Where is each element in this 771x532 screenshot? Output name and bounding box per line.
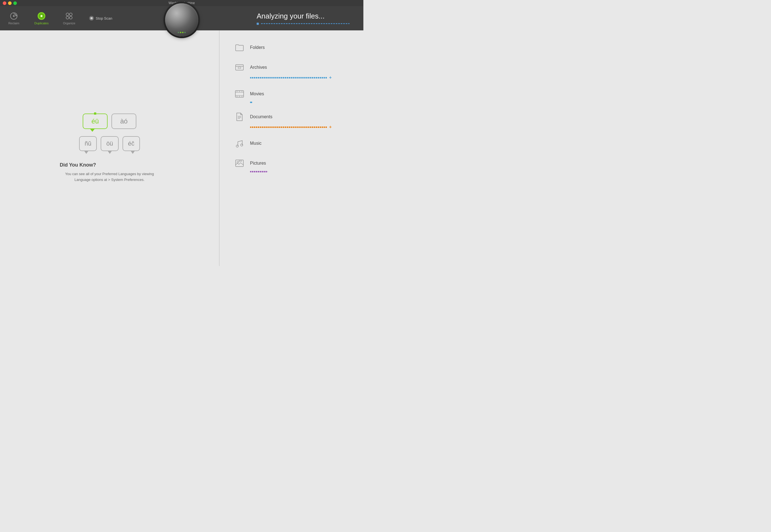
bubble-green-inner: éū bbox=[83, 114, 107, 129]
toolbar: Reclaim Duplicates Organize bbox=[0, 6, 363, 30]
svg-point-31 bbox=[239, 160, 240, 162]
pictures-bar-row bbox=[234, 171, 350, 172]
knob-dot2 bbox=[184, 32, 186, 33]
category-header-pictures: Pictures bbox=[234, 157, 350, 169]
toolbar-right: Analyzing your files... bbox=[257, 12, 355, 25]
bubbles-row-2: ñŭ öü éč bbox=[79, 136, 140, 151]
movies-label: Movies bbox=[250, 91, 264, 96]
category-row-music: Music bbox=[234, 137, 350, 149]
did-you-know-section: Did You Know? You can see all of your Pr… bbox=[60, 162, 159, 183]
nav-item-duplicates[interactable]: Duplicates bbox=[28, 6, 55, 30]
pictures-icon-wrapper bbox=[234, 157, 246, 169]
knob-dot-active bbox=[180, 32, 181, 33]
archives-bar-row: + bbox=[234, 75, 350, 80]
documents-icon-wrapper bbox=[234, 111, 246, 123]
knob-dot bbox=[178, 32, 179, 33]
minimize-button[interactable] bbox=[8, 1, 12, 5]
svg-point-8 bbox=[66, 16, 69, 19]
category-row-documents: Documents + bbox=[234, 111, 350, 130]
bubble-tail2 bbox=[108, 151, 112, 154]
movies-bar bbox=[250, 102, 252, 103]
knob-dots bbox=[178, 32, 186, 33]
svg-point-32 bbox=[241, 160, 242, 162]
stop-scan-icon bbox=[89, 16, 94, 21]
bubble-tail bbox=[84, 151, 88, 154]
svg-point-6 bbox=[66, 13, 69, 16]
folder-icon bbox=[235, 43, 245, 52]
svg-point-28 bbox=[241, 144, 243, 146]
documents-bar bbox=[250, 127, 327, 128]
bubble-ec: éč bbox=[122, 136, 140, 151]
folder-icon-wrapper bbox=[234, 41, 246, 54]
archives-bar bbox=[250, 77, 327, 78]
archives-icon bbox=[235, 62, 245, 72]
category-row-pictures: Pictures bbox=[234, 157, 350, 172]
nav-item-organize[interactable]: Organize bbox=[55, 6, 83, 30]
category-row-movies: Movies bbox=[234, 88, 350, 103]
documents-label: Documents bbox=[250, 114, 272, 119]
svg-point-5 bbox=[41, 15, 42, 17]
folders-label: Folders bbox=[250, 45, 265, 50]
close-button[interactable] bbox=[3, 1, 6, 5]
organize-icon bbox=[65, 12, 73, 20]
pictures-icon bbox=[235, 158, 245, 168]
knob-dot-active2 bbox=[182, 32, 183, 33]
category-header-movies: Movies bbox=[234, 88, 350, 100]
documents-plus: + bbox=[329, 125, 332, 130]
bubble-gray: àó bbox=[111, 114, 136, 129]
progress-dot-active bbox=[257, 23, 259, 25]
archives-plus: + bbox=[329, 75, 332, 80]
left-panel: éū àó ñŭ bbox=[0, 30, 219, 266]
movies-bar-row bbox=[234, 102, 350, 103]
svg-rect-11 bbox=[90, 17, 93, 19]
category-header-archives: Archives bbox=[234, 61, 350, 73]
category-header-music: Music bbox=[234, 137, 350, 149]
bubble-tail-green bbox=[90, 129, 94, 132]
bubble-gray-inner: àó bbox=[111, 114, 136, 129]
reclaim-icon bbox=[9, 12, 18, 20]
bubble-ou: öü bbox=[101, 136, 118, 151]
music-icon bbox=[235, 138, 245, 148]
movies-icon bbox=[235, 89, 245, 99]
category-row-archives: Archives + bbox=[234, 61, 350, 80]
maximize-button[interactable] bbox=[13, 1, 17, 5]
music-label: Music bbox=[250, 141, 262, 146]
bubble-green: éū bbox=[83, 114, 107, 129]
category-header-folders: Folders bbox=[234, 41, 350, 54]
svg-point-7 bbox=[69, 13, 72, 16]
documents-bar-row: + bbox=[234, 125, 350, 130]
analyzing-title: Analyzing your files... bbox=[257, 12, 325, 20]
svg-rect-14 bbox=[238, 67, 241, 69]
pictures-label: Pictures bbox=[250, 161, 266, 166]
did-you-know-title: Did You Know? bbox=[60, 162, 159, 168]
category-row-folders: Folders bbox=[234, 41, 350, 54]
bubble-nu: ñŭ bbox=[79, 136, 97, 151]
knob-container bbox=[165, 3, 198, 36]
bubbles-row-1: éū àó bbox=[83, 114, 136, 129]
knob bbox=[165, 3, 198, 36]
right-panel: Folders Archives + bbox=[220, 30, 363, 266]
svg-point-30 bbox=[237, 161, 239, 163]
svg-point-27 bbox=[236, 145, 239, 147]
bubble-tail3 bbox=[131, 151, 135, 154]
reclaim-label: Reclaim bbox=[8, 22, 19, 25]
svg-point-1 bbox=[13, 15, 15, 17]
archives-icon-wrapper bbox=[234, 61, 246, 73]
bubbles-illustration: éū àó ñŭ bbox=[79, 114, 140, 151]
movies-icon-wrapper bbox=[234, 88, 246, 100]
music-icon-wrapper bbox=[234, 137, 246, 149]
stop-scan-button[interactable]: Stop Scan bbox=[86, 6, 115, 30]
progress-line bbox=[261, 23, 350, 24]
archives-label: Archives bbox=[250, 65, 267, 70]
svg-rect-29 bbox=[236, 160, 243, 167]
toolbar-nav: Reclaim Duplicates Organize bbox=[0, 6, 115, 30]
duplicates-label: Duplicates bbox=[34, 22, 48, 25]
duplicates-icon bbox=[37, 12, 46, 20]
nav-item-reclaim[interactable]: Reclaim bbox=[0, 6, 28, 30]
progress-bar-container bbox=[257, 23, 350, 25]
pictures-bar bbox=[250, 171, 268, 172]
stop-scan-label: Stop Scan bbox=[96, 16, 112, 20]
category-header-documents: Documents bbox=[234, 111, 350, 123]
organize-label: Organize bbox=[63, 22, 75, 25]
documents-icon bbox=[235, 112, 245, 122]
